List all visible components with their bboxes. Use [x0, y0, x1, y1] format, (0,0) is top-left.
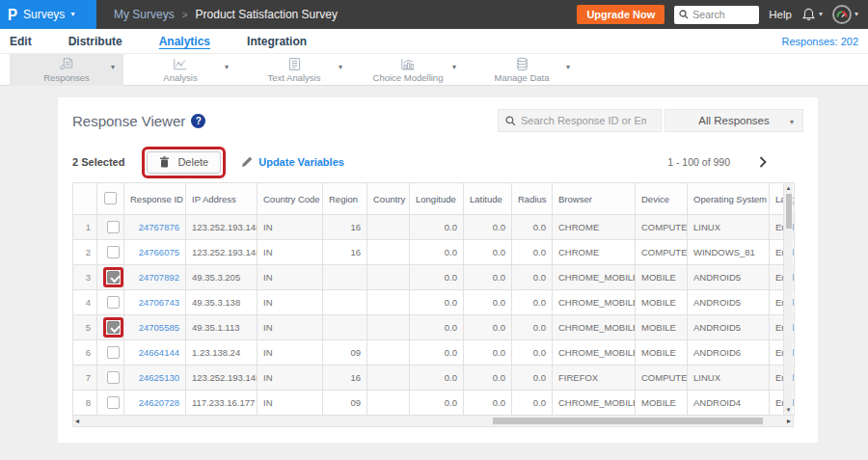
- response-id-link[interactable]: 24620728: [139, 397, 179, 408]
- header-device[interactable]: Device: [636, 183, 688, 215]
- cell-device: COMPUTER: [636, 365, 688, 391]
- chevron-down-icon: ▾: [819, 11, 823, 18]
- delete-button[interactable]: Delete: [147, 151, 221, 174]
- global-search-input[interactable]: [692, 9, 750, 20]
- header-browser[interactable]: Browser: [553, 183, 636, 215]
- row-number: 8: [73, 391, 97, 416]
- scroll-up-arrow-icon[interactable]: ▴: [784, 183, 793, 193]
- gauge-icon: [835, 8, 849, 21]
- response-id-link[interactable]: 24707892: [139, 272, 179, 283]
- header-longitude[interactable]: Longitude: [410, 183, 464, 215]
- chevron-down-icon[interactable]: ▾: [225, 63, 229, 71]
- header-operating-system[interactable]: Operating System: [688, 183, 770, 215]
- cell-operating-system: ANDROID5: [688, 290, 770, 315]
- cell-operating-system: ANDROID4: [688, 391, 770, 416]
- row-checkbox-cell: [97, 290, 124, 315]
- response-id-link[interactable]: 24705585: [139, 322, 179, 333]
- response-id-link[interactable]: 24766075: [139, 247, 179, 257]
- response-id-link[interactable]: 24664144: [139, 347, 179, 358]
- cell-radius: 0.0: [512, 290, 553, 315]
- upgrade-now-button[interactable]: Upgrade Now: [577, 5, 665, 24]
- checkbox-annotation-ring: [103, 292, 123, 312]
- scroll-right-arrow-icon[interactable]: ▸: [787, 416, 791, 426]
- bell-icon: [801, 7, 816, 22]
- chevron-down-icon[interactable]: ▾: [452, 63, 456, 71]
- scroll-left-arrow-icon[interactable]: ◂: [75, 416, 79, 426]
- row-checkbox[interactable]: [107, 246, 120, 258]
- chevron-down-icon[interactable]: ▾: [339, 63, 342, 71]
- tab-analysis[interactable]: Analysis ▾: [123, 54, 237, 86]
- header-latitude[interactable]: Latitude: [464, 183, 512, 215]
- horizontal-scrollbar: ◂ ▸: [72, 416, 794, 427]
- vertical-scrollbar-thumb[interactable]: [786, 194, 792, 229]
- update-variables-button[interactable]: Update Variables: [241, 156, 344, 168]
- cell-browser: CHROME_MOBILE: [553, 265, 636, 290]
- response-id-link[interactable]: 24706743: [139, 297, 179, 308]
- row-checkbox[interactable]: [107, 296, 120, 309]
- cell-operating-system: WINDOWS_81: [688, 240, 770, 265]
- cell-radius: 0.0: [512, 215, 553, 240]
- row-checkbox[interactable]: [107, 396, 120, 409]
- row-checkbox[interactable]: [107, 346, 120, 359]
- surveys-menu-button[interactable]: P Surveys ▾: [0, 0, 96, 29]
- cell-region: 16: [323, 240, 367, 265]
- trash-icon: [159, 156, 170, 168]
- annotation-highlight-delete: Delete: [142, 147, 226, 178]
- select-all-checkbox[interactable]: [104, 192, 117, 204]
- cell-country: [367, 365, 410, 391]
- cell-country: [367, 391, 410, 416]
- header-region[interactable]: Region: [323, 183, 367, 215]
- nav-item-integration[interactable]: Integration: [247, 35, 307, 48]
- scroll-down-arrow-icon[interactable]: ▾: [784, 405, 793, 415]
- header-response-id[interactable]: Response ID ▲: [124, 183, 186, 215]
- table-row: 7 24625130 123.252.193.148 IN 16 0.0 0.0…: [73, 365, 795, 391]
- horizontal-scrollbar-thumb[interactable]: [493, 418, 763, 424]
- cell-radius: 0.0: [512, 391, 553, 416]
- cell-browser: CHROME: [553, 215, 636, 240]
- chevron-down-icon[interactable]: ▾: [111, 63, 115, 71]
- cell-longitude: 0.0: [410, 340, 464, 365]
- response-id-link[interactable]: 24767876: [139, 222, 179, 232]
- response-search-input[interactable]: [521, 115, 646, 126]
- nav-item-analytics[interactable]: Analytics: [159, 35, 210, 48]
- cell-region: [323, 290, 367, 315]
- row-checkbox[interactable]: [107, 271, 120, 284]
- tab-label: Responses: [43, 72, 90, 83]
- row-checkbox[interactable]: [107, 321, 120, 334]
- response-id-link[interactable]: 24625130: [139, 372, 179, 383]
- tab-text-analysis[interactable]: Text Analysis ▾: [237, 54, 351, 86]
- notifications-button[interactable]: ▾: [801, 7, 823, 22]
- header-country-code[interactable]: Country Code: [258, 183, 323, 215]
- cell-browser: CHROME_MOBILE: [553, 340, 636, 365]
- topbar-right-group: Upgrade Now Help ▾ ▾: [577, 5, 868, 24]
- cell-latitude: 0.0: [464, 315, 512, 340]
- row-number: 7: [73, 365, 97, 391]
- cell-response-id: 24767876: [124, 215, 186, 240]
- nav-item-edit[interactable]: Edit: [10, 35, 32, 48]
- row-checkbox[interactable]: [107, 371, 120, 384]
- cell-operating-system: LINUX: [688, 215, 770, 240]
- response-filter-dropdown[interactable]: All Responses ▾: [665, 109, 803, 132]
- cell-browser: CHROME_MOBILE: [553, 315, 636, 340]
- chevron-right-icon: [759, 156, 767, 168]
- tab-manage-data[interactable]: Manage Data ▾: [465, 54, 579, 86]
- cell-latitude: 0.0: [464, 290, 512, 315]
- header-radius[interactable]: Radius: [512, 183, 553, 215]
- breadcrumb-my-surveys[interactable]: My Surveys: [114, 8, 175, 21]
- row-checkbox[interactable]: [107, 221, 120, 233]
- header-country[interactable]: Country: [367, 183, 410, 215]
- cell-country: [367, 265, 410, 290]
- account-menu-button[interactable]: ▾: [832, 5, 858, 24]
- header-ip-address[interactable]: IP Address: [186, 183, 258, 215]
- analysis-chart-icon: [173, 57, 188, 71]
- chevron-down-icon[interactable]: ▾: [566, 63, 570, 71]
- row-number: 4: [73, 290, 97, 315]
- row-checkbox-cell: [97, 365, 124, 391]
- tab-choice-modelling[interactable]: Choice Modelling ▾: [351, 54, 465, 86]
- responses-count-link[interactable]: Responses: 202: [782, 36, 859, 47]
- help-icon[interactable]: ?: [191, 114, 205, 128]
- tab-responses[interactable]: Responses ▾: [10, 54, 123, 86]
- nav-item-distribute[interactable]: Distribute: [68, 35, 122, 48]
- next-page-button[interactable]: [759, 156, 767, 168]
- help-link[interactable]: Help: [769, 9, 792, 20]
